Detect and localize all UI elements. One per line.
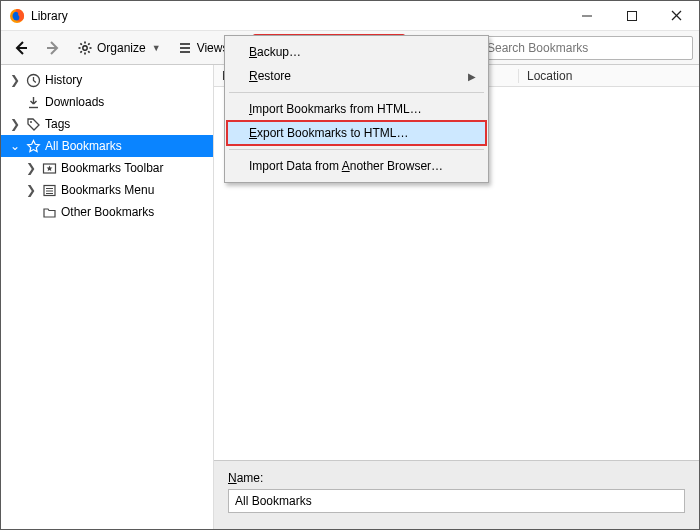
firefox-icon	[9, 8, 25, 24]
toolbar-icon	[41, 160, 57, 176]
tree-all-bookmarks[interactable]: ⌄ All Bookmarks	[1, 135, 213, 157]
tree-tags[interactable]: ❯ Tags	[1, 113, 213, 135]
search-input[interactable]: Search Bookmarks	[461, 36, 693, 60]
svg-point-8	[83, 45, 87, 49]
gear-icon	[77, 40, 93, 56]
folder-icon	[41, 204, 57, 220]
svg-point-24	[30, 121, 32, 123]
forward-button[interactable]	[39, 35, 67, 61]
svg-line-13	[80, 43, 81, 44]
svg-line-15	[88, 43, 89, 44]
titlebar: Library	[1, 1, 699, 31]
expand-icon[interactable]: ❯	[9, 73, 21, 87]
star-icon	[25, 138, 41, 154]
chevron-down-icon: ▼	[152, 43, 161, 53]
tree-label: Tags	[45, 117, 70, 131]
minimize-button[interactable]	[564, 1, 609, 30]
clock-icon	[25, 72, 41, 88]
expand-icon[interactable]: ❯	[9, 117, 21, 131]
expand-icon[interactable]: ❯	[25, 183, 37, 197]
detail-pane: Name:	[214, 460, 699, 529]
menu-import-html[interactable]: Import Bookmarks from HTML…	[227, 97, 486, 121]
svg-line-16	[80, 51, 81, 52]
tree-label: All Bookmarks	[45, 139, 122, 153]
sidebar: ❯ History Downloads ❯ Tags ⌄ All Bookmar…	[1, 65, 214, 529]
menu-restore[interactable]: Restore▶	[227, 64, 486, 88]
tree-bookmarks-menu[interactable]: ❯ Bookmarks Menu	[1, 179, 213, 201]
maximize-button[interactable]	[609, 1, 654, 30]
tree-label: Downloads	[45, 95, 104, 109]
expand-icon[interactable]: ❯	[25, 161, 37, 175]
svg-rect-3	[627, 11, 636, 20]
organize-label: Organize	[97, 41, 146, 55]
download-icon	[25, 94, 41, 110]
menu-import-another-browser[interactable]: Import Data from Another Browser…	[227, 154, 486, 178]
back-button[interactable]	[7, 35, 35, 61]
organize-button[interactable]: Organize ▼	[71, 35, 167, 61]
name-label: Name:	[228, 471, 685, 485]
tree-history[interactable]: ❯ History	[1, 69, 213, 91]
tree-label: Other Bookmarks	[61, 205, 154, 219]
column-location[interactable]: Location	[519, 69, 580, 83]
import-backup-menu: Backup… Restore▶ Import Bookmarks from H…	[224, 35, 489, 183]
tree-label: Bookmarks Toolbar	[61, 161, 164, 175]
tree-label: Bookmarks Menu	[61, 183, 154, 197]
tag-icon	[25, 116, 41, 132]
window-controls	[564, 1, 699, 30]
menu-export-html[interactable]: Export Bookmarks to HTML…	[227, 121, 486, 145]
svg-line-14	[88, 51, 89, 52]
tree-label: History	[45, 73, 82, 87]
submenu-arrow-icon: ▶	[468, 71, 476, 82]
menu-backup[interactable]: Backup…	[227, 40, 486, 64]
tree-downloads[interactable]: Downloads	[1, 91, 213, 113]
window-title: Library	[31, 9, 564, 23]
list-icon	[177, 40, 193, 56]
tree-other-bookmarks[interactable]: Other Bookmarks	[1, 201, 213, 223]
search-placeholder: Search Bookmarks	[487, 41, 588, 55]
close-button[interactable]	[654, 1, 699, 30]
menu-separator	[229, 149, 484, 150]
menu-icon	[41, 182, 57, 198]
collapse-icon[interactable]: ⌄	[9, 139, 21, 153]
menu-separator	[229, 92, 484, 93]
name-field[interactable]	[228, 489, 685, 513]
tree-bookmarks-toolbar[interactable]: ❯ Bookmarks Toolbar	[1, 157, 213, 179]
library-window: Library Organize ▼ Views ▼ Import and Ba…	[0, 0, 700, 530]
